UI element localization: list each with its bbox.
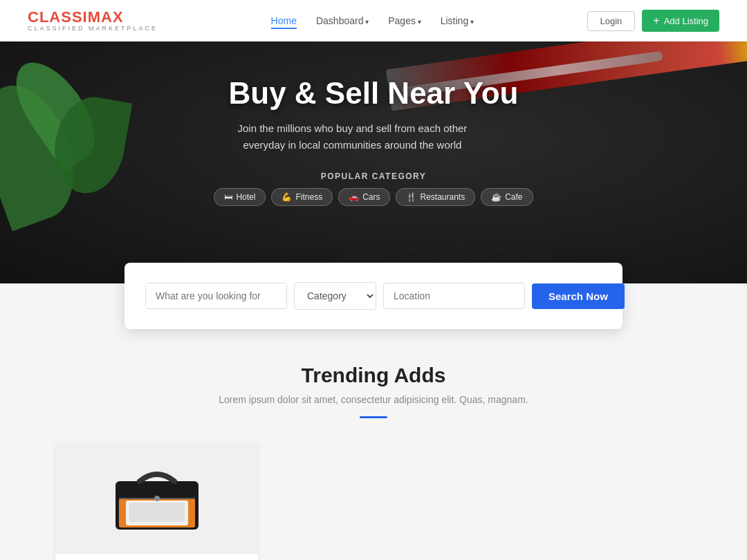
search-button[interactable]: Search Now	[532, 283, 625, 309]
logo-text-main: CLASSIMA	[28, 8, 113, 26]
pill-hotel[interactable]: 🛏 Hotel	[214, 188, 266, 206]
pill-cafe[interactable]: ☕ Cafe	[481, 188, 533, 206]
nav-link-listing[interactable]: Listing	[441, 15, 474, 26]
macbook-bag-illustration	[109, 460, 205, 536]
product-card-1[interactable]: 11inch Macbook Air 🗂 Electronics 📅 26th …	[55, 443, 258, 560]
pill-cars-label: Cars	[362, 192, 380, 202]
trending-subtitle: Lorem ipsum dolor sit amet, consectetur …	[55, 394, 692, 405]
cards-grid: 11inch Macbook Air 🗂 Electronics 📅 26th …	[55, 443, 692, 560]
hero-section: Buy & Sell Near You Join the millions wh…	[0, 41, 747, 283]
trending-title: Trending Adds	[55, 364, 692, 387]
search-bar-wrapper: Category Electronics Vehicles Property S…	[0, 263, 747, 329]
nav-links: Home Dashboard Pages Listing	[271, 15, 474, 27]
logo-subtitle: Classified Marketplace	[28, 26, 158, 32]
category-select[interactable]: Category Electronics Vehicles Property S…	[294, 282, 376, 310]
hero-title: Buy & Sell Near You	[214, 76, 533, 111]
nav-item-pages[interactable]: Pages	[388, 15, 421, 27]
trending-divider	[360, 416, 387, 418]
search-keyword-input[interactable]	[145, 283, 287, 309]
nav-item-home[interactable]: Home	[271, 15, 297, 27]
pill-restaurants-label: Restaurants	[420, 192, 465, 202]
navbar: CLASSIMAX Classified Marketplace Home Da…	[0, 0, 747, 41]
card-body-1: 11inch Macbook Air 🗂 Electronics 📅 26th …	[55, 554, 258, 560]
site-logo[interactable]: CLASSIMAX Classified Marketplace	[28, 9, 158, 32]
pill-restaurants[interactable]: 🍴 Restaurants	[396, 188, 475, 206]
trending-section: Trending Adds Lorem ipsum dolor sit amet…	[0, 329, 747, 560]
card-image-1	[55, 443, 258, 554]
location-input[interactable]	[383, 283, 525, 309]
pill-cars[interactable]: 🚗 Cars	[338, 188, 390, 206]
logo-text-x: X	[113, 8, 124, 26]
logo-title: CLASSIMAX	[28, 9, 158, 26]
pill-fitness-label: Fitness	[295, 192, 322, 202]
nav-item-dashboard[interactable]: Dashboard	[316, 15, 369, 27]
nav-link-pages[interactable]: Pages	[388, 15, 421, 26]
svg-rect-3	[129, 503, 185, 522]
nav-link-home[interactable]: Home	[271, 15, 297, 29]
login-button[interactable]: Login	[587, 11, 636, 31]
category-pills: 🛏 Hotel 💪 Fitness 🚗 Cars 🍴 Restaurants ☕…	[214, 188, 533, 206]
add-listing-button[interactable]: + Add Listing	[642, 10, 719, 32]
svg-point-5	[154, 496, 160, 501]
search-bar: Category Electronics Vehicles Property S…	[124, 263, 622, 329]
hero-content: Buy & Sell Near You Join the millions wh…	[214, 76, 533, 206]
pill-cafe-label: Cafe	[505, 192, 522, 202]
add-listing-label: Add Listing	[664, 16, 708, 26]
plus-icon: +	[653, 15, 659, 27]
pill-hotel-label: Hotel	[236, 192, 255, 202]
nav-actions: Login + Add Listing	[587, 10, 719, 32]
popular-label: POPULAR CATEGORY	[214, 171, 533, 181]
hero-subtitle-line1: Join the millions who buy and sell from …	[238, 122, 468, 134]
hero-subtitle: Join the millions who buy and sell from …	[214, 120, 490, 153]
nav-link-dashboard[interactable]: Dashboard	[316, 15, 369, 26]
hero-subtitle-line2: everyday in local communities around the…	[243, 139, 461, 151]
nav-item-listing[interactable]: Listing	[441, 15, 474, 27]
pill-fitness[interactable]: 💪 Fitness	[271, 188, 333, 206]
